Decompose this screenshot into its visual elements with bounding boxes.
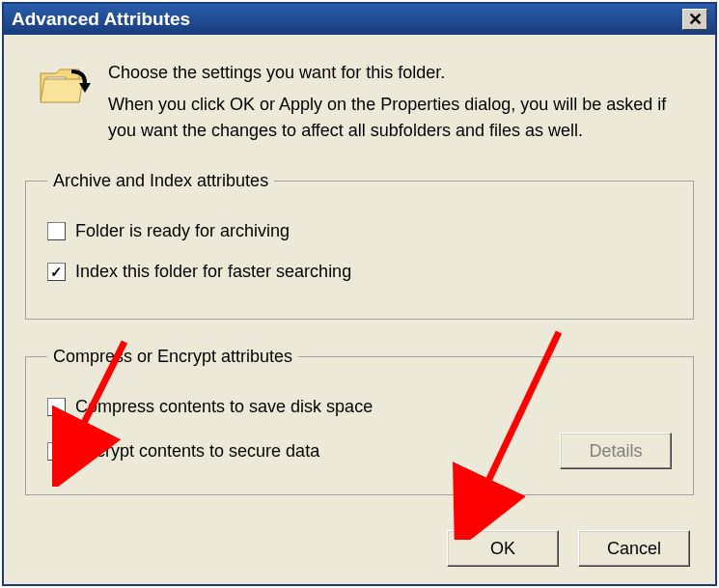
compress-encrypt-group: Compress or Encrypt attributes Compress … xyxy=(25,347,694,495)
ok-button[interactable]: OK xyxy=(447,530,559,567)
button-row: OK Cancel xyxy=(447,530,690,567)
titlebar: Advanced Attributes ✕ xyxy=(4,4,715,35)
folder-properties-icon xyxy=(37,60,91,110)
intro-main: Choose the settings you want for this fo… xyxy=(108,60,694,86)
index-folder-label: Index this folder for faster searching xyxy=(75,262,351,282)
compress-contents-label: Compress contents to save disk space xyxy=(75,397,373,417)
close-icon: ✕ xyxy=(688,9,703,30)
cancel-button[interactable]: Cancel xyxy=(578,530,690,567)
encrypt-contents-checkbox[interactable] xyxy=(47,442,66,461)
intro-sub: When you click OK or Apply on the Proper… xyxy=(108,92,694,144)
ready-archiving-label: Folder is ready for archiving xyxy=(75,221,290,241)
compress-encrypt-legend: Compress or Encrypt attributes xyxy=(47,347,298,367)
ready-archiving-row: Folder is ready for archiving xyxy=(47,216,672,245)
intro-text: Choose the settings you want for this fo… xyxy=(108,60,694,144)
close-button[interactable]: ✕ xyxy=(682,9,707,30)
archive-index-legend: Archive and Index attributes xyxy=(47,171,274,191)
dialog-content: Choose the settings you want for this fo… xyxy=(4,35,715,573)
ready-archiving-checkbox[interactable] xyxy=(47,222,66,240)
index-folder-checkbox[interactable] xyxy=(47,263,66,281)
details-button[interactable]: Details xyxy=(560,433,672,469)
encrypt-contents-label: Encrypt contents to secure data xyxy=(75,441,319,462)
encrypt-contents-row: Encrypt contents to secure data xyxy=(47,436,319,465)
compress-contents-checkbox[interactable] xyxy=(47,398,66,416)
dialog-title: Advanced Attributes xyxy=(12,9,190,30)
intro-row: Choose the settings you want for this fo… xyxy=(25,50,694,171)
dialog-window: Advanced Attributes ✕ xyxy=(2,2,717,586)
index-folder-row: Index this folder for faster searching xyxy=(47,257,672,286)
svg-marker-8 xyxy=(41,79,83,102)
archive-index-group: Archive and Index attributes Folder is r… xyxy=(25,171,694,320)
compress-contents-row: Compress contents to save disk space xyxy=(47,392,672,421)
